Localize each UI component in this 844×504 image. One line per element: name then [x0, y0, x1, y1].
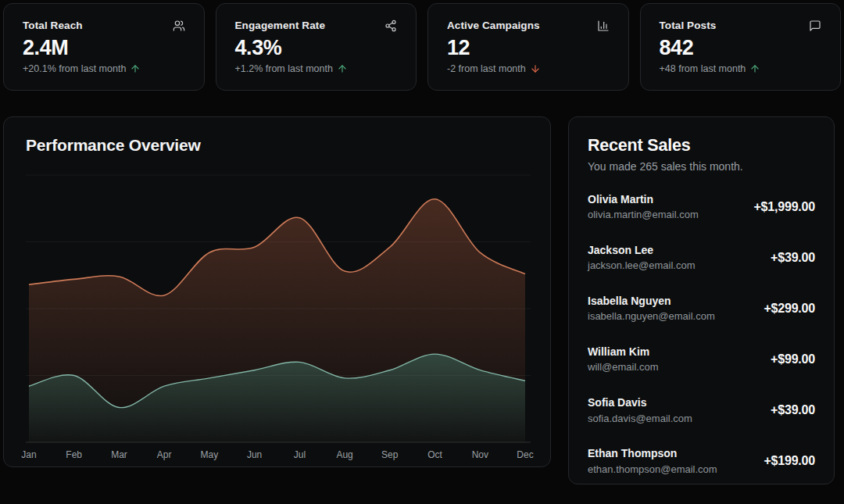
sale-row: Jackson Lee jackson.lee@email.com +$39.0… [588, 243, 815, 273]
stats-row: Total Reach 2.4M +20.1% from last month … [3, 3, 841, 91]
stat-value: 2.4M [23, 37, 185, 60]
stat-card-total-reach: Total Reach 2.4M +20.1% from last month [3, 3, 205, 91]
stat-title: Engagement Rate [235, 20, 326, 31]
sale-email: olivia.martin@email.com [588, 209, 699, 222]
svg-text:Sep: Sep [381, 449, 399, 460]
sale-name: Isabella Nguyen [588, 294, 715, 308]
stat-title: Active Campaigns [447, 20, 540, 31]
chart-title: Performance Overview [26, 136, 528, 155]
stat-card-total-posts: Total Posts 842 +48 from last month [640, 3, 842, 91]
dashboard-page: Total Reach 2.4M +20.1% from last month … [0, 0, 844, 504]
message-square-icon [809, 20, 821, 32]
stat-change-text: +20.1% from last month [23, 63, 126, 74]
svg-text:Aug: Aug [336, 449, 352, 460]
performance-overview-card: Performance Overview JanFebMarAprMayJunJ… [3, 116, 551, 467]
sale-amount: +$99.00 [771, 352, 815, 366]
sale-email: jackson.lee@email.com [588, 259, 695, 273]
sale-name: Jackson Lee [588, 243, 695, 257]
svg-text:Jan: Jan [21, 449, 36, 460]
stat-card-engagement-rate: Engagement Rate 4.3% +1.2% from last mon… [216, 3, 417, 91]
sale-email: sofia.davis@email.com [588, 413, 692, 426]
sale-name: Sofia Davis [588, 395, 692, 409]
stat-change-text: +1.2% from last month [235, 63, 333, 74]
sale-amount: +$199.00 [764, 454, 815, 468]
svg-text:Apr: Apr [157, 449, 172, 460]
sale-row: Ethan Thompson ethan.thompson@email.com … [588, 446, 815, 476]
sale-name: Ethan Thompson [588, 446, 717, 460]
stat-value: 12 [447, 37, 610, 60]
svg-text:May: May [201, 449, 219, 460]
sale-email: ethan.thompson@email.com [588, 463, 717, 477]
stat-title: Total Posts [660, 20, 717, 31]
sale-amount: +$39.00 [771, 251, 815, 265]
arrow-down-icon [530, 63, 541, 74]
recent-sales-title: Recent Sales [588, 136, 815, 155]
sale-row: Olivia Martin olivia.martin@email.com +$… [588, 192, 815, 222]
svg-text:Nov: Nov [472, 449, 488, 460]
chart-x-axis-labels: JanFebMarAprMayJunJulAugSepOctNovDec [21, 449, 533, 460]
recent-sales-subtitle: You made 265 sales this month. [588, 160, 815, 173]
sale-row: William Kim will@email.com +$99.00 [588, 345, 815, 374]
sale-email: isabella.nguyen@email.com [588, 310, 715, 323]
stat-title: Total Reach [23, 20, 83, 31]
stat-change-text: +48 from last month [660, 63, 746, 74]
sale-amount: +$1,999.00 [753, 200, 815, 214]
arrow-up-icon [130, 63, 141, 74]
arrow-up-icon [749, 63, 760, 74]
stat-value: 4.3% [235, 37, 398, 60]
sale-row: Sofia Davis sofia.davis@email.com +$39.0… [588, 395, 815, 425]
svg-text:Dec: Dec [517, 449, 533, 460]
svg-text:Jul: Jul [294, 449, 306, 460]
stat-card-active-campaigns: Active Campaigns 12 -2 from last month [427, 3, 629, 91]
performance-area-chart[interactable]: JanFebMarAprMayJunJulAugSepOctNovDec [4, 164, 552, 468]
sale-name: William Kim [588, 345, 659, 359]
svg-text:Mar: Mar [111, 449, 127, 460]
sale-row: Isabella Nguyen isabella.nguyen@email.co… [588, 294, 815, 323]
arrow-up-icon [337, 63, 348, 74]
sale-email: will@email.com [588, 361, 659, 374]
recent-sales-card: Recent Sales You made 265 sales this mon… [568, 116, 835, 484]
users-icon [173, 20, 185, 32]
share-icon [384, 20, 397, 32]
main-row: Performance Overview JanFebMarAprMayJunJ… [3, 116, 841, 484]
sale-amount: +$299.00 [764, 302, 815, 316]
svg-text:Jun: Jun [247, 449, 262, 460]
sale-amount: +$39.00 [771, 403, 815, 417]
bar-chart-icon [597, 20, 610, 32]
svg-text:Feb: Feb [66, 449, 82, 460]
sale-name: Olivia Martin [588, 192, 699, 206]
sales-list: Olivia Martin olivia.martin@email.com +$… [588, 192, 815, 476]
stat-value: 842 [660, 37, 822, 60]
svg-text:Oct: Oct [427, 449, 442, 460]
stat-change-text: -2 from last month [447, 63, 526, 74]
